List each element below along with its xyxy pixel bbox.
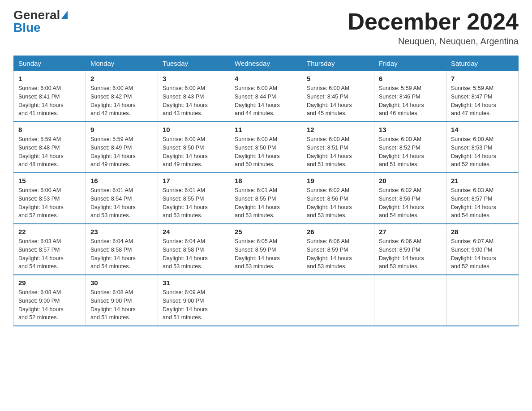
day-info: Sunrise: 6:00 AMSunset: 8:52 PMDaylight:… [379,135,442,169]
day-number: 15 [18,177,81,184]
calendar-cell: 7Sunrise: 5:59 AMSunset: 8:47 PMDaylight… [446,71,519,122]
page-header: General Blue December 2024 Neuquen, Neuq… [13,9,519,47]
calendar-cell: 3Sunrise: 6:00 AMSunset: 8:43 PMDaylight… [158,71,230,122]
title-section: December 2024 Neuquen, Neuquen, Argentin… [348,9,519,47]
day-number: 16 [90,177,153,184]
calendar-cell: 13Sunrise: 6:00 AMSunset: 8:52 PMDayligh… [374,122,446,173]
calendar-cell [374,275,446,326]
col-header-monday: Monday [86,56,158,71]
day-number: 29 [18,279,81,287]
calendar-title: December 2024 [348,9,519,34]
calendar-week-5: 29Sunrise: 6:08 AMSunset: 9:00 PMDayligh… [14,275,519,326]
day-number: 6 [379,75,442,82]
day-number: 11 [235,126,297,133]
day-number: 10 [163,126,225,133]
calendar-cell: 2Sunrise: 6:00 AMSunset: 8:42 PMDaylight… [86,71,158,122]
day-number: 4 [235,75,297,82]
logo: General Blue [13,9,68,34]
day-number: 13 [379,126,442,133]
col-header-sunday: Sunday [14,56,86,71]
calendar-cell: 29Sunrise: 6:08 AMSunset: 9:00 PMDayligh… [14,275,86,326]
day-number: 2 [90,75,153,82]
calendar-cell: 31Sunrise: 6:09 AMSunset: 9:00 PMDayligh… [158,275,230,326]
day-info: Sunrise: 5:59 AMSunset: 8:49 PMDaylight:… [90,135,153,169]
day-info: Sunrise: 6:00 AMSunset: 8:53 PMDaylight:… [451,135,514,169]
day-info: Sunrise: 6:01 AMSunset: 8:55 PMDaylight:… [163,186,225,220]
day-info: Sunrise: 6:00 AMSunset: 8:50 PMDaylight:… [235,135,297,169]
calendar-cell: 18Sunrise: 6:01 AMSunset: 8:55 PMDayligh… [230,173,302,224]
calendar-cell: 27Sunrise: 6:06 AMSunset: 8:59 PMDayligh… [374,224,446,275]
calendar-cell: 12Sunrise: 6:00 AMSunset: 8:51 PMDayligh… [302,122,374,173]
day-info: Sunrise: 5:59 AMSunset: 8:47 PMDaylight:… [451,84,514,118]
calendar-cell [302,275,374,326]
day-number: 30 [90,279,153,287]
calendar-cell: 16Sunrise: 6:01 AMSunset: 8:54 PMDayligh… [86,173,158,224]
calendar-cell: 10Sunrise: 6:00 AMSunset: 8:50 PMDayligh… [158,122,230,173]
logo-triangle-icon [61,11,68,19]
col-header-friday: Friday [374,56,446,71]
calendar-cell: 4Sunrise: 6:00 AMSunset: 8:44 PMDaylight… [230,71,302,122]
calendar-table: SundayMondayTuesdayWednesdayThursdayFrid… [13,56,519,326]
col-header-tuesday: Tuesday [158,56,230,71]
day-number: 7 [451,75,514,82]
calendar-cell: 11Sunrise: 6:00 AMSunset: 8:50 PMDayligh… [230,122,302,173]
calendar-cell [230,275,302,326]
calendar-week-2: 8Sunrise: 5:59 AMSunset: 8:48 PMDaylight… [14,122,519,173]
day-number: 24 [163,228,225,235]
calendar-cell: 20Sunrise: 6:02 AMSunset: 8:56 PMDayligh… [374,173,446,224]
day-number: 21 [451,177,514,184]
day-number: 19 [307,177,369,184]
calendar-cell: 22Sunrise: 6:03 AMSunset: 8:57 PMDayligh… [14,224,86,275]
day-info: Sunrise: 6:04 AMSunset: 8:58 PMDaylight:… [163,237,225,271]
calendar-cell: 25Sunrise: 6:05 AMSunset: 8:59 PMDayligh… [230,224,302,275]
day-info: Sunrise: 6:00 AMSunset: 8:53 PMDaylight:… [18,186,81,220]
day-number: 28 [451,228,514,235]
calendar-cell: 24Sunrise: 6:04 AMSunset: 8:58 PMDayligh… [158,224,230,275]
calendar-week-1: 1Sunrise: 6:00 AMSunset: 8:41 PMDaylight… [14,71,519,122]
day-number: 8 [18,126,81,133]
day-info: Sunrise: 6:09 AMSunset: 9:00 PMDaylight:… [163,288,225,322]
day-number: 31 [163,279,225,287]
day-info: Sunrise: 6:00 AMSunset: 8:51 PMDaylight:… [307,135,369,169]
calendar-cell: 19Sunrise: 6:02 AMSunset: 8:56 PMDayligh… [302,173,374,224]
calendar-cell: 5Sunrise: 6:00 AMSunset: 8:45 PMDaylight… [302,71,374,122]
col-header-saturday: Saturday [446,56,519,71]
col-header-wednesday: Wednesday [230,56,302,71]
day-info: Sunrise: 5:59 AMSunset: 8:48 PMDaylight:… [18,135,81,169]
day-info: Sunrise: 6:00 AMSunset: 8:41 PMDaylight:… [18,84,81,118]
calendar-cell: 14Sunrise: 6:00 AMSunset: 8:53 PMDayligh… [446,122,519,173]
day-info: Sunrise: 6:00 AMSunset: 8:44 PMDaylight:… [235,84,297,118]
calendar-cell: 23Sunrise: 6:04 AMSunset: 8:58 PMDayligh… [86,224,158,275]
calendar-location: Neuquen, Neuquen, Argentina [348,36,519,47]
day-info: Sunrise: 6:07 AMSunset: 9:00 PMDaylight:… [451,237,514,271]
day-number: 14 [451,126,514,133]
calendar-week-4: 22Sunrise: 6:03 AMSunset: 8:57 PMDayligh… [14,224,519,275]
day-info: Sunrise: 6:01 AMSunset: 8:54 PMDaylight:… [90,186,153,220]
calendar-cell: 9Sunrise: 5:59 AMSunset: 8:49 PMDaylight… [86,122,158,173]
day-number: 27 [379,228,442,235]
calendar-cell: 6Sunrise: 5:59 AMSunset: 8:46 PMDaylight… [374,71,446,122]
day-number: 9 [90,126,153,133]
day-number: 22 [18,228,81,235]
col-header-thursday: Thursday [302,56,374,71]
day-number: 18 [235,177,297,184]
day-info: Sunrise: 6:03 AMSunset: 8:57 PMDaylight:… [18,237,81,271]
day-number: 17 [163,177,225,184]
day-number: 3 [163,75,225,82]
day-info: Sunrise: 6:00 AMSunset: 8:43 PMDaylight:… [163,84,225,118]
day-info: Sunrise: 6:04 AMSunset: 8:58 PMDaylight:… [90,237,153,271]
calendar-cell: 8Sunrise: 5:59 AMSunset: 8:48 PMDaylight… [14,122,86,173]
day-number: 12 [307,126,369,133]
day-number: 20 [379,177,442,184]
day-info: Sunrise: 6:08 AMSunset: 9:00 PMDaylight:… [90,288,153,322]
day-info: Sunrise: 6:08 AMSunset: 9:00 PMDaylight:… [18,288,81,322]
day-info: Sunrise: 6:03 AMSunset: 8:57 PMDaylight:… [451,186,514,220]
calendar-cell: 17Sunrise: 6:01 AMSunset: 8:55 PMDayligh… [158,173,230,224]
calendar-cell [446,275,519,326]
day-number: 23 [90,228,153,235]
calendar-cell: 21Sunrise: 6:03 AMSunset: 8:57 PMDayligh… [446,173,519,224]
logo-general-text: General [13,9,60,21]
day-info: Sunrise: 6:00 AMSunset: 8:42 PMDaylight:… [90,84,153,118]
day-info: Sunrise: 6:00 AMSunset: 8:50 PMDaylight:… [163,135,225,169]
day-info: Sunrise: 6:06 AMSunset: 8:59 PMDaylight:… [379,237,442,271]
